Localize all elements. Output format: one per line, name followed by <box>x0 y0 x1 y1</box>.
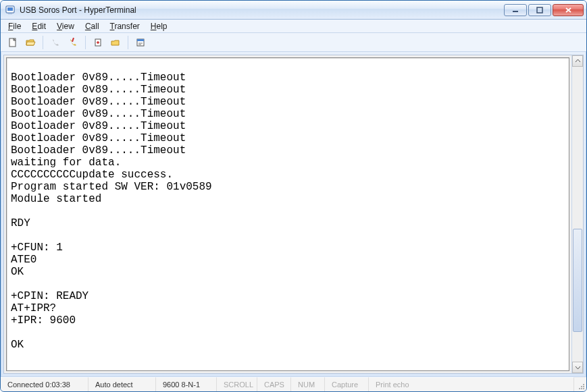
svg-rect-1 <box>7 7 13 11</box>
grip-icon <box>577 382 585 390</box>
resize-grip[interactable] <box>574 377 586 391</box>
svg-rect-3 <box>513 11 518 12</box>
menu-call[interactable]: Call <box>80 21 104 32</box>
menu-transfer[interactable]: Transfer <box>105 21 145 32</box>
menu-bar: File Edit View Call Transfer Help <box>1 20 586 33</box>
minimize-button[interactable] <box>504 4 527 16</box>
status-serial: 9600 8-N-1 <box>156 377 217 391</box>
receive-file-icon <box>110 37 121 48</box>
status-autodetect: Auto detect <box>88 377 156 391</box>
svg-point-10 <box>583 388 584 389</box>
window-title: USB Soros Port - HyperTerminal <box>20 5 504 15</box>
close-button[interactable] <box>553 4 584 16</box>
open-button[interactable] <box>22 35 39 50</box>
svg-point-14 <box>581 386 582 387</box>
toolbar-separator <box>43 36 43 49</box>
scroll-up-button[interactable] <box>572 55 583 67</box>
disconnect-button[interactable] <box>65 35 81 50</box>
toolbar-separator <box>85 36 86 49</box>
svg-rect-9 <box>137 39 144 41</box>
phone-icon <box>50 37 61 48</box>
call-button <box>47 35 63 50</box>
maximize-button[interactable] <box>528 4 551 16</box>
menu-view[interactable]: View <box>52 21 79 32</box>
scroll-down-button[interactable] <box>572 362 583 373</box>
menu-edit[interactable]: Edit <box>27 21 51 32</box>
svg-point-12 <box>579 388 580 389</box>
titlebar[interactable]: USB Soros Port - HyperTerminal <box>1 1 586 20</box>
properties-button[interactable] <box>132 35 149 50</box>
scroll-track[interactable] <box>572 67 583 362</box>
menu-help[interactable]: Help <box>146 21 172 32</box>
send-file-button[interactable] <box>90 35 106 50</box>
window-controls <box>504 4 584 16</box>
receive-file-button[interactable] <box>107 35 124 50</box>
document-icon <box>7 37 18 48</box>
status-scroll: SCROLL <box>217 377 257 391</box>
status-num: NUM <box>291 377 325 391</box>
scroll-thumb[interactable] <box>573 229 582 332</box>
phone-hangup-icon <box>68 37 78 48</box>
svg-rect-6 <box>72 37 74 41</box>
svg-rect-2 <box>8 13 12 14</box>
chevron-down-icon <box>575 364 581 370</box>
new-connection-button[interactable] <box>5 35 21 50</box>
send-file-icon <box>93 37 103 48</box>
status-capture: Capture <box>325 377 369 391</box>
status-bar: Connected 0:03:38 Auto detect 9600 8-N-1… <box>1 376 586 391</box>
svg-point-11 <box>581 388 582 389</box>
window-frame: USB Soros Port - HyperTerminal File Edit… <box>0 0 587 392</box>
properties-icon <box>135 37 146 48</box>
vertical-scrollbar[interactable] <box>571 55 583 373</box>
menu-file[interactable]: File <box>3 21 26 32</box>
chevron-up-icon <box>575 58 581 64</box>
svg-point-13 <box>583 386 584 387</box>
status-printecho: Print echo <box>369 377 574 391</box>
svg-point-15 <box>583 384 584 385</box>
app-icon <box>5 5 16 16</box>
status-connected: Connected 0:03:38 <box>1 377 88 391</box>
svg-rect-4 <box>537 7 542 13</box>
terminal-frame: Bootloader 0v89.....Timeout Bootloader 0… <box>6 57 569 371</box>
status-caps: CAPS <box>257 377 291 391</box>
client-area: Bootloader 0v89.....Timeout Bootloader 0… <box>3 55 584 374</box>
terminal-output[interactable]: Bootloader 0v89.....Timeout Bootloader 0… <box>7 58 569 370</box>
folder-open-icon <box>25 37 36 48</box>
toolbar-separator <box>128 36 128 49</box>
toolbar <box>1 33 586 52</box>
